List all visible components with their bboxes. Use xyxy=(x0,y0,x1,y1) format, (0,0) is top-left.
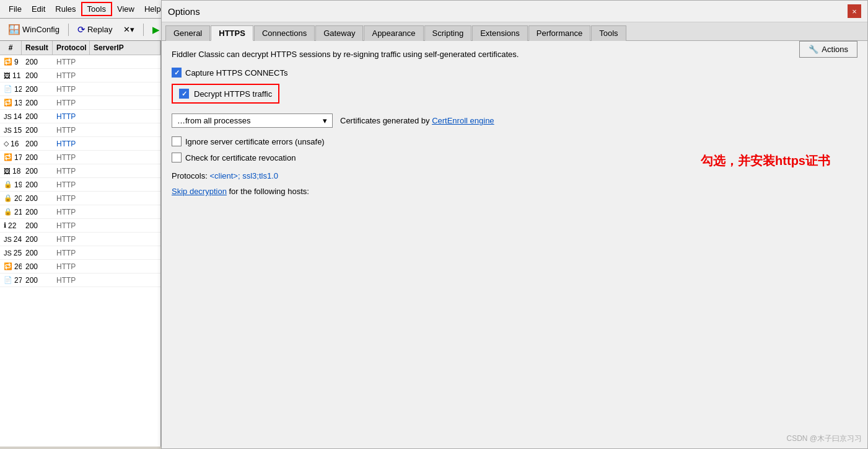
row-number: 27 xyxy=(14,276,22,285)
actions-button[interactable]: 🔧 Actions xyxy=(799,41,857,58)
row-result: 200 xyxy=(22,234,53,245)
options-dialog: Options × General HTTPS Connections Gate… xyxy=(161,0,868,447)
row-result: 200 xyxy=(22,275,53,286)
row-result: 200 xyxy=(22,56,53,68)
row-icon: JS xyxy=(4,127,12,134)
row-num: 🔒 20 xyxy=(0,193,22,204)
row-result: 200 xyxy=(22,138,53,149)
tab-extensions[interactable]: Extensions xyxy=(472,25,528,41)
table-row[interactable]: 🔁 26 200 HTTP xyxy=(0,260,160,273)
capture-https-checkbox[interactable] xyxy=(172,68,182,78)
go-icon: ▶ xyxy=(152,24,160,35)
menu-rules[interactable]: Rules xyxy=(50,3,81,15)
ignore-errors-checkbox[interactable] xyxy=(172,136,182,146)
row-serverip xyxy=(90,265,160,268)
menu-view[interactable]: View xyxy=(112,3,139,15)
dropdown-text: …from all processes xyxy=(177,116,250,125)
table-row[interactable]: 🔁 17 200 HTTP xyxy=(0,151,160,164)
table-row[interactable]: 🔁 13 200 HTTP xyxy=(0,96,160,110)
row-num: 🔒 19 xyxy=(0,179,22,190)
col-header-result: Result xyxy=(22,41,53,55)
table-row[interactable]: 📄 12 200 HTTP xyxy=(0,82,160,96)
col-header-protocol: Protocol xyxy=(53,41,90,55)
row-serverip xyxy=(90,197,160,200)
row-protocol: HTTP xyxy=(53,56,90,68)
row-protocol: HTTP xyxy=(53,193,90,204)
row-result: 200 xyxy=(22,111,53,122)
menu-tools[interactable]: Tools xyxy=(81,2,112,16)
table-row[interactable]: ◇ 16 200 HTTP xyxy=(0,137,160,151)
replay-label: Replay xyxy=(87,25,112,34)
table-row[interactable]: 🖼 11 200 HTTP xyxy=(0,69,160,82)
tab-connections[interactable]: Connections xyxy=(254,25,315,41)
decrypt-https-checkbox[interactable] xyxy=(179,89,189,99)
dialog-title: Options xyxy=(168,6,200,17)
check-revocation-label: Check for certificate revocation xyxy=(185,153,296,162)
row-protocol: HTTP xyxy=(53,70,90,81)
actions-area: 🔧 Actions xyxy=(799,41,857,58)
row-number: 25 xyxy=(14,249,22,257)
row-number: 18 xyxy=(12,167,20,176)
table-row[interactable]: JS 15 200 HTTP xyxy=(0,123,160,137)
row-result: 200 xyxy=(22,166,53,177)
skip-decryption-link[interactable]: Skip decryption xyxy=(172,187,227,196)
table-row[interactable]: ℹ 22 200 HTTP xyxy=(0,219,160,233)
replay-button[interactable]: ⟳ Replay xyxy=(73,22,116,38)
session-list[interactable]: # Result Protocol ServerIP 🔁 9 200 HTTP … xyxy=(0,41,161,447)
row-icon: 🔁 xyxy=(4,262,12,270)
tab-scripting[interactable]: Scripting xyxy=(424,25,472,41)
row-number: 14 xyxy=(14,112,22,121)
row-icon: 🔁 xyxy=(4,99,12,107)
tab-https[interactable]: HTTPS xyxy=(211,25,253,41)
table-row[interactable]: 🖼 18 200 HTTP xyxy=(0,164,160,178)
tab-general[interactable]: General xyxy=(165,25,210,41)
tab-performance[interactable]: Performance xyxy=(528,25,590,41)
tab-tools[interactable]: Tools xyxy=(591,25,626,41)
x-button[interactable]: ✕▾ xyxy=(119,22,139,37)
tab-gateway[interactable]: Gateway xyxy=(315,25,363,41)
row-protocol: HTTP xyxy=(53,207,90,218)
close-button[interactable]: × xyxy=(848,4,861,18)
table-row[interactable]: JS 24 200 HTTP xyxy=(0,233,160,246)
row-serverip xyxy=(90,225,160,227)
table-row[interactable]: 📄 27 200 HTTP xyxy=(0,273,160,287)
actions-icon: 🔧 xyxy=(809,45,818,54)
protocols-value: <client>; ssl3;tls1.0 xyxy=(209,171,278,180)
row-serverip xyxy=(90,74,160,77)
row-serverip xyxy=(90,184,160,186)
protocols-line: Protocols: <client>; ssl3;tls1.0 xyxy=(172,171,857,180)
table-row[interactable]: 🔒 19 200 HTTP xyxy=(0,178,160,192)
table-row[interactable]: JS 14 200 HTTP xyxy=(0,110,160,123)
process-dropdown[interactable]: …from all processes ▾ xyxy=(172,113,333,128)
session-rows-container: 🔁 9 200 HTTP 🖼 11 200 HTTP 📄 12 200 HTTP xyxy=(0,55,160,287)
row-number: 19 xyxy=(14,180,22,189)
row-icon: 📄 xyxy=(4,85,12,93)
row-num: ℹ 22 xyxy=(0,220,22,231)
menu-edit[interactable]: Edit xyxy=(27,3,50,15)
row-protocol: HTTP xyxy=(53,261,90,272)
winconfig-button[interactable]: 🪟 WinConfig xyxy=(4,21,64,38)
certenroll-link[interactable]: CertEnroll engine xyxy=(432,116,494,125)
row-protocol: HTTP xyxy=(53,179,90,190)
table-row[interactable]: 🔒 20 200 HTTP xyxy=(0,192,160,205)
row-num: 🔒 21 xyxy=(0,207,22,218)
table-row[interactable]: 🔒 21 200 HTTP xyxy=(0,205,160,219)
row-number: 24 xyxy=(14,235,22,244)
row-icon: ℹ xyxy=(4,221,6,229)
tab-appearance[interactable]: Appearance xyxy=(364,25,423,41)
row-icon: 🔁 xyxy=(4,153,12,161)
decrypt-https-row: Decrypt HTTPS traffic xyxy=(172,84,279,104)
row-num: 🔁 13 xyxy=(0,97,22,109)
cert-info: Certificates generated by CertEnroll eng… xyxy=(340,116,494,125)
capture-https-row: Capture HTTPS CONNECTs xyxy=(172,68,857,78)
actions-label: Actions xyxy=(822,45,848,54)
row-icon: 🔒 xyxy=(4,180,12,189)
table-row[interactable]: JS 25 200 HTTP xyxy=(0,246,160,260)
table-row[interactable]: 🔁 9 200 HTTP xyxy=(0,55,160,69)
windows-icon: 🪟 xyxy=(8,24,20,35)
menu-file[interactable]: File xyxy=(4,3,27,15)
row-protocol: HTTP xyxy=(53,138,90,149)
session-list-header: # Result Protocol ServerIP xyxy=(0,41,160,55)
check-revocation-checkbox[interactable] xyxy=(172,153,182,162)
row-result: 200 xyxy=(22,84,53,95)
